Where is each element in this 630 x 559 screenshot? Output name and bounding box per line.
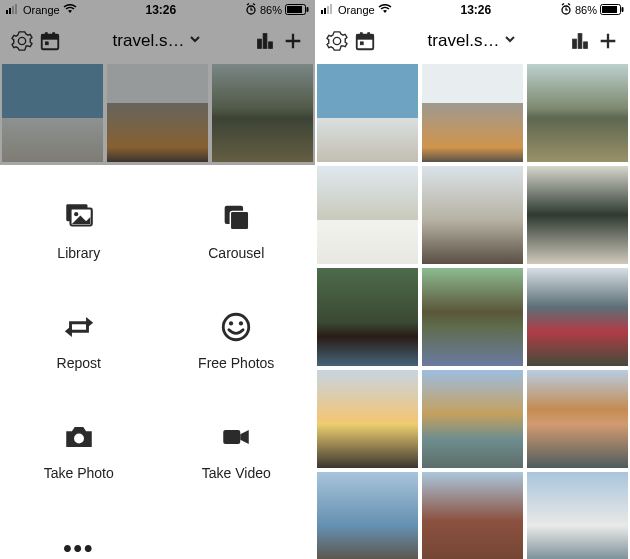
svg-point-23: [239, 321, 243, 325]
battery-icon: [600, 4, 624, 17]
signal-icon: [6, 4, 20, 16]
svg-rect-37: [368, 33, 370, 37]
thumb[interactable]: [212, 64, 313, 162]
stats-button[interactable]: [566, 27, 594, 55]
sheet-takevideo[interactable]: Take Video: [158, 395, 316, 505]
thumb[interactable]: [317, 64, 418, 162]
svg-rect-32: [602, 6, 617, 13]
toolbar: travel.s…: [315, 20, 630, 62]
thumb[interactable]: [317, 166, 418, 264]
svg-rect-20: [231, 211, 249, 229]
status-bar: Orange 13:26 86%: [0, 0, 315, 20]
svg-rect-7: [307, 7, 309, 12]
camera-icon: [62, 420, 96, 457]
svg-rect-39: [573, 39, 577, 48]
battery-pct: 86%: [575, 4, 597, 16]
add-button[interactable]: [594, 27, 622, 55]
alarm-icon: [245, 3, 257, 17]
svg-rect-33: [622, 7, 624, 12]
svg-rect-10: [45, 33, 47, 37]
more-icon: •••: [63, 538, 94, 558]
thumb[interactable]: [422, 370, 523, 468]
photo-grid[interactable]: [315, 62, 630, 559]
thumb[interactable]: [422, 472, 523, 559]
sheet-label: Take Video: [202, 465, 271, 481]
sheet-carousel[interactable]: Carousel: [158, 175, 316, 285]
video-icon: [219, 420, 253, 457]
stats-button[interactable]: [251, 27, 279, 55]
phone-left: Orange 13:26 86% travel.s…: [0, 0, 315, 559]
sheet-other[interactable]: ••• Other: [0, 505, 158, 559]
svg-point-18: [74, 212, 78, 216]
chevron-down-icon: [188, 31, 202, 51]
sheet-repost[interactable]: Repost: [0, 285, 158, 395]
carrier-label: Orange: [338, 4, 375, 16]
svg-rect-0: [6, 10, 8, 14]
svg-rect-38: [360, 42, 363, 45]
thumb[interactable]: [527, 472, 628, 559]
thumb[interactable]: [422, 268, 523, 366]
calendar-button[interactable]: [36, 27, 64, 55]
sheet-label: Repost: [57, 355, 101, 371]
alarm-icon: [560, 3, 572, 17]
thumb[interactable]: [527, 268, 628, 366]
thumb[interactable]: [107, 64, 208, 162]
svg-rect-28: [327, 6, 329, 14]
svg-rect-1: [9, 8, 11, 14]
account-dropdown[interactable]: travel.s…: [64, 31, 251, 51]
toolbar: travel.s…: [0, 20, 315, 62]
settings-button[interactable]: [8, 27, 36, 55]
svg-rect-36: [360, 33, 362, 37]
sheet-freephotos[interactable]: Free Photos: [158, 285, 316, 395]
svg-rect-25: [224, 429, 241, 443]
add-button[interactable]: [279, 27, 307, 55]
thumb[interactable]: [422, 166, 523, 264]
thumb[interactable]: [317, 472, 418, 559]
thumb[interactable]: [527, 166, 628, 264]
sheet-label: Library: [57, 245, 100, 261]
thumb[interactable]: [422, 64, 523, 162]
clock: 13:26: [77, 3, 245, 17]
action-sheet: Library Carousel Repost Free Photos Take…: [0, 165, 315, 559]
svg-rect-41: [584, 42, 588, 48]
calendar-button[interactable]: [351, 27, 379, 55]
battery-pct: 86%: [260, 4, 282, 16]
svg-rect-11: [53, 33, 55, 37]
svg-rect-35: [357, 35, 374, 40]
svg-point-24: [74, 433, 84, 443]
sheet-label: Take Photo: [44, 465, 114, 481]
svg-point-21: [224, 314, 250, 340]
thumb[interactable]: [527, 64, 628, 162]
thumb[interactable]: [527, 370, 628, 468]
svg-rect-29: [330, 4, 332, 14]
smiley-icon: [219, 310, 253, 347]
phone-right: Orange 13:26 86% travel.s…: [315, 0, 630, 559]
signal-icon: [321, 4, 335, 16]
thumb[interactable]: [2, 64, 103, 162]
carrier-label: Orange: [23, 4, 60, 16]
repost-icon: [62, 310, 96, 347]
wifi-icon: [63, 4, 77, 16]
sheet-label: Free Photos: [198, 355, 274, 371]
thumb[interactable]: [317, 268, 418, 366]
battery-icon: [285, 4, 309, 17]
svg-rect-27: [324, 8, 326, 14]
svg-rect-26: [321, 10, 323, 14]
sheet-library[interactable]: Library: [0, 175, 158, 285]
svg-rect-15: [269, 42, 273, 48]
carousel-icon: [219, 200, 253, 237]
svg-rect-2: [12, 6, 14, 14]
svg-rect-6: [287, 6, 302, 13]
svg-rect-13: [258, 39, 262, 48]
svg-rect-14: [263, 34, 267, 49]
settings-button[interactable]: [323, 27, 351, 55]
library-icon: [62, 200, 96, 237]
sheet-takephoto[interactable]: Take Photo: [0, 395, 158, 505]
wifi-icon: [378, 4, 392, 16]
account-title: travel.s…: [113, 31, 185, 51]
account-dropdown[interactable]: travel.s…: [379, 31, 566, 51]
chevron-down-icon: [503, 31, 517, 51]
clock: 13:26: [392, 3, 560, 17]
thumb[interactable]: [317, 370, 418, 468]
svg-rect-3: [15, 4, 17, 14]
